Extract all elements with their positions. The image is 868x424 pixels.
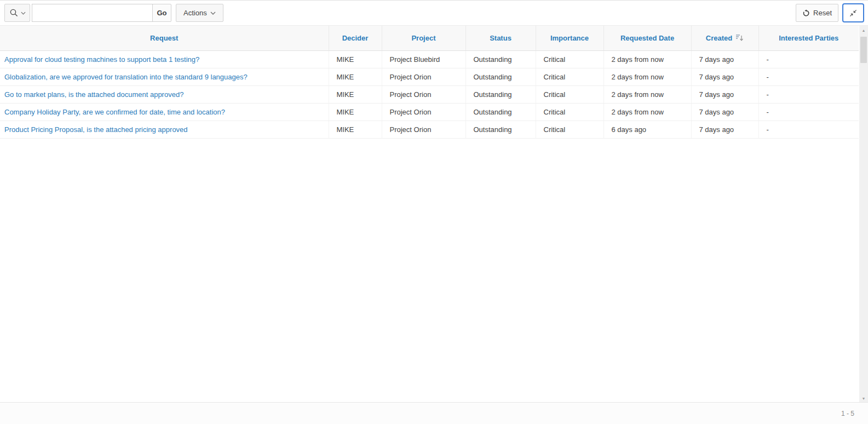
vertical-scrollbar[interactable]: ▲ ▼ [859, 26, 868, 402]
cell-importance: Critical [536, 121, 603, 138]
cell-value: 2 days from now [612, 73, 664, 81]
cell-value: Critical [544, 90, 566, 99]
cell-value: MIKE [337, 125, 354, 134]
interactive-report-table: RequestDeciderProjectStatusImportanceReq… [0, 26, 859, 139]
scrollbar-track[interactable] [859, 35, 868, 394]
cell-request: Product Pricing Proposal, is the attache… [0, 121, 329, 138]
column-header-importance[interactable]: Importance [536, 26, 603, 50]
cell-decider: MIKE [329, 121, 382, 138]
table-row: Approval for cloud testing machines to s… [0, 50, 859, 68]
report-toolbar: Go Actions Reset [0, 1, 868, 25]
cell-project: Project Orion [382, 121, 465, 138]
cell-value: - [767, 55, 769, 64]
cell-value: Critical [544, 73, 566, 81]
cell-status: Outstanding [465, 121, 536, 138]
search-column-selector-button[interactable] [4, 4, 30, 22]
chevron-down-icon [21, 12, 26, 15]
report-footer: 1 - 5 [0, 402, 868, 424]
collapse-region-button[interactable] [843, 4, 864, 22]
cell-value: Critical [544, 108, 566, 116]
cell-request: Go to market plans, is the attached docu… [0, 85, 329, 103]
cell-created: 7 days ago [691, 103, 758, 121]
cell-value: 7 days ago [699, 125, 734, 134]
actions-button-label: Actions [183, 9, 207, 17]
table-row: Globalization, are we approved for trans… [0, 68, 859, 85]
request-link[interactable]: Go to market plans, is the attached docu… [4, 90, 183, 99]
cell-value: Outstanding [474, 55, 512, 64]
cell-importance: Critical [536, 50, 603, 68]
cell-interested-parties: - [758, 121, 859, 138]
cell-value: Project Orion [390, 90, 432, 99]
cell-value: Project Orion [390, 73, 432, 81]
column-header-label: Importance [550, 34, 589, 42]
cell-status: Outstanding [465, 85, 536, 103]
cell-decider: MIKE [329, 103, 382, 121]
cell-interested-parties: - [758, 103, 859, 121]
cell-request: Company Holiday Party, are we confirmed … [0, 103, 329, 121]
rotate-left-reset-icon [802, 9, 810, 17]
column-header-label: Decider [342, 34, 369, 42]
cell-value: Outstanding [474, 125, 512, 134]
column-header-label: Requested Date [620, 34, 674, 42]
scroll-down-arrow-icon[interactable]: ▼ [859, 394, 868, 402]
cell-created: 7 days ago [691, 50, 758, 68]
cell-value: 7 days ago [699, 55, 734, 64]
cell-value: 2 days from now [612, 55, 664, 64]
column-header-label: Status [490, 34, 511, 42]
pagination-label: 1 - 5 [841, 410, 854, 417]
cell-requested-date: 6 days ago [603, 121, 691, 138]
cell-value: - [767, 73, 769, 81]
scroll-up-arrow-icon[interactable]: ▲ [859, 26, 868, 35]
report-region: RequestDeciderProjectStatusImportanceReq… [0, 25, 868, 402]
cell-request: Globalization, are we approved for trans… [0, 68, 329, 85]
cell-value: Project Orion [390, 108, 432, 116]
cell-importance: Critical [536, 68, 603, 85]
request-link[interactable]: Approval for cloud testing machines to s… [4, 55, 199, 64]
cell-project: Project Orion [382, 68, 465, 85]
cell-importance: Critical [536, 85, 603, 103]
request-link[interactable]: Globalization, are we approved for trans… [4, 73, 248, 81]
cell-interested-parties: - [758, 85, 859, 103]
cell-interested-parties: - [758, 68, 859, 85]
cell-value: - [767, 125, 769, 134]
compress-arrows-icon [849, 9, 858, 18]
reset-button[interactable]: Reset [796, 4, 838, 22]
cell-requested-date: 2 days from now [603, 68, 691, 85]
cell-decider: MIKE [329, 68, 382, 85]
scrollbar-thumb[interactable] [860, 37, 867, 63]
cell-value: Outstanding [474, 90, 512, 99]
search-input[interactable] [32, 4, 153, 22]
column-header-request[interactable]: Request [0, 26, 329, 50]
header-row: RequestDeciderProjectStatusImportanceReq… [0, 26, 859, 50]
cell-requested-date: 2 days from now [603, 50, 691, 68]
cell-value: - [767, 108, 769, 116]
cell-value: MIKE [337, 90, 354, 99]
column-header-interested-parties[interactable]: Interested Parties [758, 26, 859, 50]
cell-project: Project Orion [382, 85, 465, 103]
request-link[interactable]: Product Pricing Proposal, is the attache… [4, 125, 188, 134]
column-header-decider[interactable]: Decider [329, 26, 382, 50]
sort-descending-icon [735, 34, 744, 42]
cell-status: Outstanding [465, 50, 536, 68]
cell-requested-date: 2 days from now [603, 85, 691, 103]
column-header-project[interactable]: Project [382, 26, 465, 50]
column-header-status[interactable]: Status [465, 26, 536, 50]
cell-value: MIKE [337, 73, 354, 81]
table-row: Company Holiday Party, are we confirmed … [0, 103, 859, 121]
cell-importance: Critical [536, 103, 603, 121]
cell-value: Critical [544, 125, 566, 134]
column-header-requested-date[interactable]: Requested Date [603, 26, 691, 50]
go-button[interactable]: Go [152, 4, 171, 22]
request-link[interactable]: Company Holiday Party, are we confirmed … [4, 108, 225, 116]
column-header-label: Interested Parties [779, 34, 838, 42]
cell-value: 2 days from now [612, 90, 664, 99]
actions-menu-button[interactable]: Actions [176, 4, 223, 22]
column-header-created[interactable]: Created [691, 26, 758, 50]
table-row: Go to market plans, is the attached docu… [0, 85, 859, 103]
column-header-label: Project [411, 34, 435, 42]
cell-value: 7 days ago [699, 108, 734, 116]
column-header-label: Created [706, 34, 732, 42]
interactive-report-page: Go Actions Reset [0, 0, 868, 424]
cell-value: Outstanding [474, 73, 512, 81]
cell-value: 6 days ago [612, 125, 647, 134]
